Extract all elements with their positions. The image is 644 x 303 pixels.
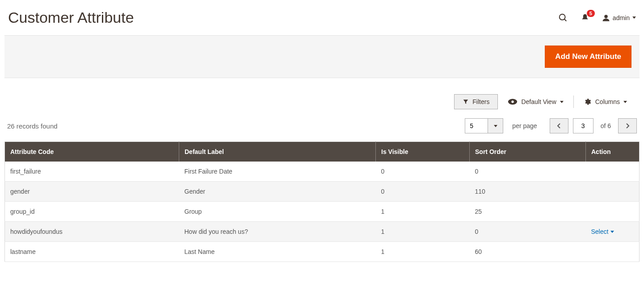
cell-label: Group (179, 202, 376, 222)
cell-code: group_id (5, 202, 179, 222)
table-row[interactable]: group_idGroup125 (5, 202, 640, 222)
per-page-label: per page (512, 122, 537, 129)
chevron-right-icon (625, 123, 630, 129)
chevron-down-icon (494, 125, 497, 127)
add-new-attribute-button[interactable]: Add New Attribute (545, 46, 631, 68)
cell-action (586, 242, 640, 262)
col-header-code[interactable]: Attribute Code (5, 142, 179, 162)
current-page-input[interactable] (573, 118, 593, 133)
per-page-dropdown[interactable] (488, 118, 503, 133)
cell-visible: 0 (376, 162, 470, 182)
cell-sort: 0 (470, 222, 586, 242)
chevron-left-icon (557, 123, 561, 129)
cell-action (586, 162, 640, 182)
cell-sort: 60 (470, 242, 586, 262)
cell-visible: 1 (376, 242, 470, 262)
notification-badge: 5 (587, 10, 595, 17)
total-pages-label: of 6 (601, 122, 611, 129)
table-row[interactable]: lastnameLast Name160 (5, 242, 640, 262)
svg-point-2 (604, 15, 608, 18)
cell-visible: 1 (376, 222, 470, 242)
chevron-down-icon (623, 101, 627, 103)
chevron-down-icon (560, 101, 564, 103)
col-header-label[interactable]: Default Label (179, 142, 376, 162)
columns-label: Columns (595, 98, 620, 105)
cell-label: First Failure Date (179, 162, 376, 182)
chevron-down-icon (610, 231, 614, 233)
search-icon[interactable] (558, 13, 568, 23)
cell-visible: 0 (376, 182, 470, 202)
page-title: Customer Attribute (8, 9, 134, 26)
cell-label: Last Name (179, 242, 376, 262)
svg-line-1 (564, 19, 567, 21)
cell-action (586, 182, 640, 202)
svg-point-0 (560, 14, 565, 20)
records-found-label: 26 records found (7, 122, 58, 130)
col-header-sort[interactable]: Sort Order (470, 142, 586, 162)
col-header-visible[interactable]: Is Visible (376, 142, 470, 162)
cell-code: gender (5, 182, 179, 202)
table-header-row: Attribute Code Default Label Is Visible … (5, 142, 640, 162)
columns-dropdown[interactable]: Columns (574, 98, 637, 106)
col-header-action: Action (586, 142, 640, 162)
default-view-dropdown[interactable]: Default View (498, 98, 573, 105)
prev-page-button[interactable] (550, 118, 568, 133)
user-menu[interactable]: admin (602, 14, 636, 22)
cell-label: How did you reach us? (179, 222, 376, 242)
table-row[interactable]: first_failureFirst Failure Date00 (5, 162, 640, 182)
header-actions: 5 admin (558, 13, 636, 23)
per-page-select (465, 118, 503, 133)
page-header: Customer Attribute 5 admin (4, 0, 640, 31)
cell-code: first_failure (5, 162, 179, 182)
user-icon (602, 14, 610, 22)
cell-sort: 0 (470, 162, 586, 182)
gear-icon (584, 98, 592, 106)
records-row: 26 records found per page of 6 (4, 115, 640, 141)
table-row[interactable]: howdidyoufoundusHow did you reach us?10S… (5, 222, 640, 242)
per-page-input[interactable] (465, 118, 488, 133)
notifications-icon[interactable]: 5 (581, 13, 589, 22)
pagination: per page of 6 (465, 118, 637, 133)
action-select-link[interactable]: Select (591, 228, 615, 235)
filter-icon (463, 99, 469, 105)
chevron-down-icon (632, 17, 636, 19)
next-page-button[interactable] (618, 118, 637, 133)
username-label: admin (613, 14, 630, 21)
filters-label: Filters (472, 98, 489, 105)
eye-icon (508, 99, 518, 105)
cell-label: Gender (179, 182, 376, 202)
cell-code: lastname (5, 242, 179, 262)
default-view-label: Default View (521, 98, 556, 105)
table-row[interactable]: genderGender0110 (5, 182, 640, 202)
cell-code: howdidyoufoundus (5, 222, 179, 242)
filters-button[interactable]: Filters (454, 94, 498, 109)
grid-controls: Filters Default View Columns (4, 78, 640, 115)
action-bar: Add New Attribute (4, 35, 640, 78)
cell-sort: 25 (470, 202, 586, 222)
cell-action (586, 202, 640, 222)
cell-sort: 110 (470, 182, 586, 202)
data-grid: Attribute Code Default Label Is Visible … (4, 141, 640, 262)
cell-visible: 1 (376, 202, 470, 222)
svg-point-4 (512, 100, 514, 103)
cell-action: Select (586, 222, 640, 242)
